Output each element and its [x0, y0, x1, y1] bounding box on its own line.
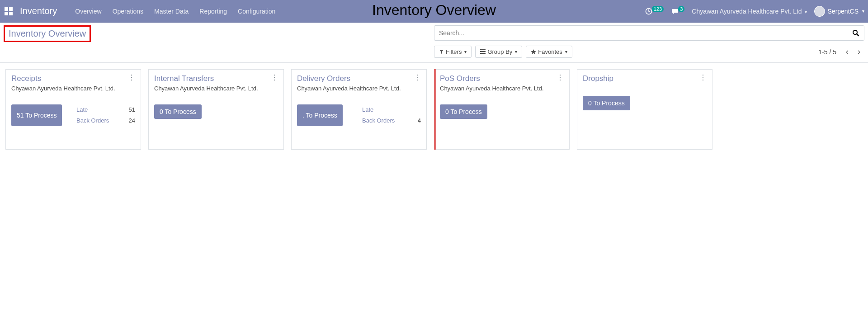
apps-icon[interactable] — [4, 6, 14, 16]
pager-prev[interactable]: ‹ — [842, 47, 853, 57]
kebab-icon[interactable]: ⋮ — [271, 74, 278, 81]
kebab-icon[interactable]: ⋮ — [699, 74, 707, 81]
pager-text[interactable]: 1-5 / 5 — [818, 48, 836, 56]
card-body: 0 To Process — [583, 96, 707, 110]
chevron-down-icon: ▾ — [515, 49, 517, 54]
search-wrap — [434, 25, 864, 41]
breadcrumb: Inventory Overview — [4, 25, 91, 42]
list-icon — [480, 49, 486, 54]
search-toolbar: Filters ▾ Group By ▾ Favorites ▾ — [434, 46, 572, 58]
to-process-button[interactable]: 51 To Process — [11, 104, 62, 126]
filters-label: Filters — [446, 48, 462, 55]
kanban-view: Receipts⋮Chyawan Ayurveda Healthcare Pvt… — [0, 63, 868, 156]
funnel-icon — [439, 49, 444, 54]
pager-nav: ‹ › — [842, 47, 864, 57]
card-body: 0 To Process — [154, 104, 278, 119]
nav-right: 123 3 Chyawan Ayurveda Healthcare Pvt. L… — [645, 6, 864, 17]
avatar — [814, 6, 825, 17]
groupby-label: Group By — [487, 48, 512, 55]
pager-next[interactable]: › — [854, 47, 864, 57]
chevron-left-icon: ‹ — [846, 47, 849, 57]
to-process-button[interactable]: 0 To Process — [583, 96, 630, 110]
star-icon — [531, 49, 536, 55]
control-panel: Inventory Overview Filters ▾ — [0, 23, 868, 63]
nav-item-configuration[interactable]: Configuration — [233, 5, 280, 18]
top-navbar: Inventory Overview Operations Master Dat… — [0, 0, 868, 23]
page-overlay-title: Inventory Overview — [372, 2, 496, 19]
card-title[interactable]: Delivery Orders — [297, 74, 350, 83]
stat-row[interactable]: Late — [362, 104, 421, 115]
stat-label: Back Orders — [362, 115, 395, 126]
to-process-button[interactable]: . To Process — [297, 104, 343, 126]
to-process-button[interactable]: 0 To Process — [440, 104, 487, 119]
stat-row[interactable]: Late51 — [76, 104, 135, 115]
kanban-card-delivery-orders[interactable]: Delivery Orders⋮Chyawan Ayurveda Healthc… — [291, 69, 427, 150]
nav-item-overview[interactable]: Overview — [71, 5, 106, 18]
nav-item-reporting[interactable]: Reporting — [195, 5, 231, 18]
to-process-button[interactable]: 0 To Process — [154, 104, 202, 119]
discuss-button[interactable]: 3 — [671, 7, 684, 15]
card-head: Receipts⋮ — [11, 74, 135, 83]
svg-rect-3 — [480, 49, 486, 50]
chevron-down-icon: ▾ — [464, 49, 467, 54]
kanban-card-receipts[interactable]: Receipts⋮Chyawan Ayurveda Healthcare Pvt… — [5, 69, 141, 150]
card-title[interactable]: PoS Orders — [440, 74, 480, 83]
card-head: PoS Orders⋮ — [440, 74, 564, 83]
activities-button[interactable]: 123 — [645, 7, 664, 15]
user-menu[interactable]: SerpentCS ▾ — [814, 6, 864, 17]
control-row-1: Inventory Overview — [4, 25, 864, 42]
nav-left: Inventory Overview Operations Master Dat… — [4, 5, 280, 18]
chevron-down-icon: ▾ — [862, 9, 864, 14]
card-subtitle: Chyawan Ayurveda Healthcare Pvt. Ltd. — [154, 85, 278, 92]
stat-value: 24 — [129, 115, 135, 126]
svg-rect-5 — [480, 53, 486, 54]
kanban-card-dropship[interactable]: Dropship⋮0 To Process — [577, 69, 712, 150]
favorites-label: Favorites — [538, 48, 562, 55]
chevron-right-icon: › — [858, 47, 860, 57]
company-name-label: Chyawan Ayurveda Healthcare Pvt. Ltd — [692, 8, 802, 15]
card-head: Dropship⋮ — [583, 74, 707, 83]
card-title[interactable]: Dropship — [583, 74, 613, 83]
app-name[interactable]: Inventory — [20, 6, 57, 16]
company-switcher[interactable]: Chyawan Ayurveda Healthcare Pvt. Ltd ▾ — [692, 8, 807, 15]
card-body: 0 To Process — [440, 104, 564, 119]
card-subtitle: Chyawan Ayurveda Healthcare Pvt. Ltd. — [297, 85, 421, 92]
activities-count: 123 — [652, 6, 664, 12]
card-head: Internal Transfers⋮ — [154, 74, 278, 83]
svg-rect-4 — [480, 51, 486, 52]
card-body: 51 To ProcessLate51Back Orders24 — [11, 104, 135, 126]
stat-row[interactable]: Back Orders24 — [76, 115, 135, 126]
kebab-icon[interactable]: ⋮ — [128, 74, 135, 81]
nav-menu: Overview Operations Master Data Reportin… — [71, 5, 280, 18]
discuss-count: 3 — [678, 6, 684, 12]
kebab-icon[interactable]: ⋮ — [414, 74, 421, 81]
card-subtitle: Chyawan Ayurveda Healthcare Pvt. Ltd. — [440, 85, 564, 92]
card-stats: LateBack Orders4 — [362, 104, 421, 126]
stat-value: 4 — [418, 115, 421, 126]
stat-label: Late — [76, 104, 88, 115]
nav-item-master-data[interactable]: Master Data — [150, 5, 193, 18]
groupby-button[interactable]: Group By ▾ — [475, 46, 522, 58]
user-name-label: SerpentCS — [828, 8, 859, 15]
card-subtitle: Chyawan Ayurveda Healthcare Pvt. Ltd. — [11, 85, 135, 92]
search-icon[interactable] — [848, 29, 864, 37]
card-head: Delivery Orders⋮ — [297, 74, 421, 83]
stat-label: Back Orders — [76, 115, 109, 126]
stat-row[interactable]: Back Orders4 — [362, 115, 421, 126]
card-body: . To ProcessLateBack Orders4 — [297, 104, 421, 126]
kanban-card-pos-orders[interactable]: PoS Orders⋮Chyawan Ayurveda Healthcare P… — [434, 69, 570, 150]
card-title[interactable]: Receipts — [11, 74, 41, 83]
filters-button[interactable]: Filters ▾ — [434, 46, 472, 58]
svg-line-2 — [857, 34, 859, 36]
search-input[interactable] — [434, 29, 848, 37]
card-title[interactable]: Internal Transfers — [154, 74, 214, 83]
kebab-icon[interactable]: ⋮ — [557, 74, 564, 81]
pager: 1-5 / 5 ‹ › — [818, 47, 864, 57]
search-box — [434, 25, 864, 41]
nav-item-operations[interactable]: Operations — [108, 5, 148, 18]
card-stats: Late51Back Orders24 — [76, 104, 135, 126]
stat-value: 51 — [129, 104, 135, 115]
favorites-button[interactable]: Favorites ▾ — [526, 46, 572, 58]
page-title: Inventory Overview — [9, 28, 86, 39]
kanban-card-internal-transfers[interactable]: Internal Transfers⋮Chyawan Ayurveda Heal… — [148, 69, 284, 150]
